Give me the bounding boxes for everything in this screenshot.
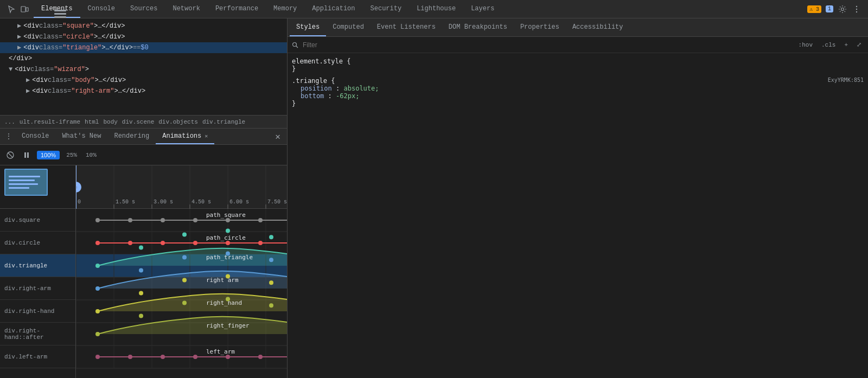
tab-console[interactable]: Console [80,0,123,18]
css-triangle-selector: .triangle { [292,77,335,85]
tab-network[interactable]: Network [165,0,207,18]
tab-layers[interactable]: Layers [463,0,502,18]
settings-icon[interactable] [838,4,847,14]
anim-labels: div.square div.circle div.triangle div.r… [0,165,76,378]
css-val-position: absolute; [343,85,379,92]
anim-chart[interactable]: 01.50 s3.00 s4.50 s6.00 s7.50 s9.00 s10.… [76,165,287,378]
svg-point-333 [226,355,230,359]
anim-label-right-hand[interactable]: div.right-hand [0,300,75,323]
add-style-button[interactable]: + [842,41,850,49]
anim-label-left-arm[interactable]: div.left-arm [0,345,75,368]
tab-properties[interactable]: Properties [514,18,566,36]
collapse-arrow-wizard[interactable]: ▼ [9,65,12,74]
tab-computed[interactable]: Computed [326,18,371,36]
anim-pause-btn[interactable] [21,149,33,161]
svg-text:6.00 s: 6.00 s [229,199,249,205]
expand-button[interactable]: ⤢ [854,41,864,49]
css-selector: element.style { [292,57,350,65]
collapse-arrow-square[interactable]: ▶ [17,21,21,31]
anim-stop-btn[interactable] [4,149,16,161]
tab-styles[interactable]: Styles [290,18,326,36]
styles-tabs-bar: Styles Computed Event Listeners DOM Brea… [288,18,868,37]
anim-speed-10[interactable]: 10% [84,151,99,159]
tab-performance[interactable]: Performance [208,0,266,18]
filter-input[interactable] [303,41,792,49]
breadcrumb-iframe[interactable]: ult.result-iframe [20,119,80,125]
svg-point-179 [269,235,273,239]
svg-point-329 [95,355,100,359]
hov-button[interactable]: :hov [796,41,815,49]
svg-point-217 [269,258,273,262]
svg-point-142 [226,241,230,245]
svg-rect-8 [24,152,26,158]
tab-rendering[interactable]: Rendering [107,129,156,144]
device-icon[interactable] [20,4,29,14]
svg-point-292 [226,297,230,301]
svg-point-2 [841,8,844,10]
tab-accessibility[interactable]: Accessibility [566,18,630,36]
close-bottom-panel[interactable]: ✕ [271,131,285,142]
breadcrumb-objects[interactable]: div.objects [158,119,198,125]
svg-text:path_square: path_square [206,212,246,219]
svg-line-7 [8,153,12,157]
svg-text:4.50 s: 4.50 s [192,199,211,205]
tab-animations[interactable]: Animations ✕ [156,129,214,144]
breadcrumb-more[interactable]: ... [4,119,15,125]
tab-event-listeners[interactable]: Event Listeners [371,18,442,36]
cursor-icon[interactable] [7,4,16,14]
svg-point-334 [258,355,263,359]
svg-point-252 [139,291,143,295]
tab-security[interactable]: Security [363,0,410,18]
tab-application[interactable]: Application [304,0,362,18]
drawer-menu-icon[interactable]: ⋮ [2,130,15,143]
css-rule-triangle: .triangle { ExyYRMK:851 position : absol… [292,77,864,107]
breadcrumb-html[interactable]: html [85,119,99,125]
svg-point-178 [226,228,230,233]
cls-button[interactable]: .cls [819,41,838,49]
tab-console-bottom[interactable]: Console [15,129,55,144]
anim-label-triangle[interactable]: div.triangle [0,254,75,277]
close-animations-tab[interactable]: ✕ [205,133,208,139]
collapse-arrow-right-arm[interactable]: ▶ [26,86,30,96]
breadcrumb-scene[interactable]: div.scene [122,119,154,125]
dom-line-right-arm[interactable]: ▶ <div class="right-arm">…</div> [0,86,287,97]
tab-memory[interactable]: Memory [266,0,304,18]
tab-sources[interactable]: Sources [123,0,165,18]
collapse-arrow-triangle[interactable]: ▶ [17,43,21,53]
bottom-tabs-bar: ⋮ Console What's New Rendering Animation… [0,129,287,145]
svg-point-293 [269,303,273,307]
anim-speed-25[interactable]: 25% [64,151,79,159]
dom-line-circle[interactable]: ▶ <div class="circle">…</div> [0,31,287,42]
svg-point-215 [182,255,187,260]
dom-tree: ▶ <div class="square">…</div> ▶ <div cla… [0,18,287,115]
css-source-link[interactable]: ExyYRMK:851 [828,77,864,83]
svg-point-104 [226,218,230,222]
collapse-arrow-circle[interactable]: ▶ [17,32,21,42]
svg-point-289 [95,332,100,336]
svg-point-101 [128,218,132,222]
tab-dom-breakpoints[interactable]: DOM Breakpoints [442,18,514,36]
more-icon[interactable] [852,4,861,14]
nav-tabs: Elements Console Sources Network Perform… [34,0,502,18]
anim-label-right-hand-after[interactable]: div.right-hand::after [0,323,75,345]
dom-line-wizard[interactable]: ▼ <div class="wizard"> [0,64,287,75]
tab-lighthouse[interactable]: Lighthouse [409,0,463,18]
svg-point-143 [258,241,263,245]
svg-text:3.00 s: 3.00 s [154,199,173,205]
anim-label-square[interactable]: div.square [0,209,75,232]
svg-point-140 [161,241,165,245]
tab-whats-new[interactable]: What's New [55,129,107,144]
dom-line-triangle[interactable]: ▶ <div class="triangle">…</div> == $0 [0,42,287,53]
anim-label-right-arm[interactable]: div.right-arm [0,277,75,300]
breadcrumb-body[interactable]: body [103,119,117,125]
collapse-arrow-body[interactable]: ▶ [26,75,30,85]
svg-point-105 [258,218,263,222]
breadcrumb: ... ult.result-iframe html body div.scen… [0,115,287,128]
svg-point-253 [182,278,187,283]
dom-line-body[interactable]: ▶ <div class="body">…</div> [0,75,287,86]
breadcrumb-triangle[interactable]: div.triangle [202,119,245,125]
anim-speed-100[interactable]: 100% [37,151,60,159]
anim-label-circle[interactable]: div.circle [0,232,75,254]
dom-line-square[interactable]: ▶ <div class="square">…</div> [0,21,287,31]
svg-point-255 [269,280,273,285]
